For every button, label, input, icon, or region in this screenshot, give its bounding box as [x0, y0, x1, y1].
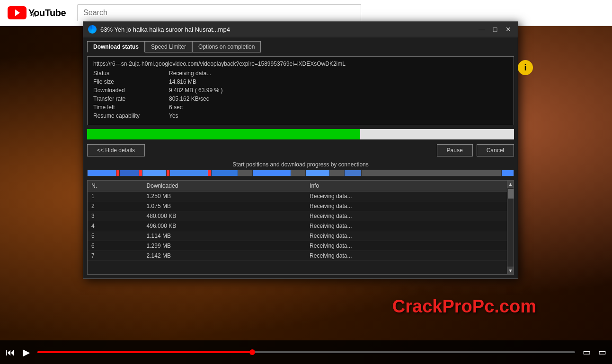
- transfer-label: Transfer rate: [93, 95, 169, 102]
- youtube-logo: YouTube PK: [8, 6, 66, 19]
- status-value: Receiving data...: [169, 70, 211, 77]
- cell-n: 3: [88, 211, 143, 221]
- conn-seg-2: [120, 170, 139, 176]
- cell-n: 4: [88, 221, 143, 231]
- cell-n: 1: [88, 191, 143, 201]
- conn-seg-7: [306, 170, 329, 176]
- window-controls: — □ ✕: [477, 25, 513, 34]
- url-line: https://r6---sn-2uja-h0ml.googlevideo.co…: [93, 61, 508, 67]
- dialog-title-left: 63% Yeh jo halka halka suroor hai Nusrat…: [88, 25, 230, 34]
- cell-downloaded: 2.142 MB: [143, 251, 306, 261]
- conn-seg-r1: [116, 170, 119, 176]
- prev-button[interactable]: ⏮: [6, 347, 15, 358]
- conn-seg-1: [88, 170, 116, 176]
- resume-row: Resume capability Yes: [93, 113, 508, 119]
- cell-info: Receiving data...: [306, 231, 514, 241]
- transfer-row: Transfer rate 805.162 KB/sec: [93, 95, 508, 102]
- video-progress-fill: [37, 351, 252, 353]
- dialog-title: 63% Yeh jo halka halka suroor hai Nusrat…: [100, 26, 230, 33]
- conn-seg-6: [253, 170, 291, 176]
- dialog-titlebar: 63% Yeh jo halka halka suroor hai Nusrat…: [83, 22, 518, 37]
- cell-downloaded: 1.250 MB: [143, 191, 306, 201]
- info-icon: i: [518, 60, 533, 75]
- cell-n: 2: [88, 201, 143, 211]
- cell-n: 6: [88, 241, 143, 251]
- cell-downloaded: 1.075 MB: [143, 201, 306, 211]
- cell-downloaded: 1.114 MB: [143, 231, 306, 241]
- video-progress-bar[interactable]: [37, 351, 575, 353]
- table-row: 4496.000 KBReceiving data...: [88, 221, 514, 231]
- conn-seg-r2: [139, 170, 142, 176]
- conn-seg-r3: [167, 170, 169, 176]
- table-row: 21.075 MBReceiving data...: [88, 201, 514, 211]
- conn-seg-g2: [291, 170, 305, 176]
- transfer-value: 805.162 KB/sec: [169, 95, 209, 102]
- fullscreen-icon[interactable]: ▭: [598, 347, 606, 357]
- table-row: 61.299 MBReceiving data...: [88, 241, 514, 251]
- close-button[interactable]: ✕: [504, 25, 513, 34]
- tab-options-completion[interactable]: Options on completion: [192, 41, 261, 52]
- cell-info: Receiving data...: [306, 211, 514, 221]
- dialog-body: Download status Speed Limiter Options on…: [83, 37, 518, 278]
- cell-info: Receiving data...: [306, 201, 514, 211]
- downloaded-label: Downloaded: [93, 87, 169, 94]
- info-box: https://r6---sn-2uja-h0ml.googlevideo.co…: [87, 56, 514, 125]
- conn-seg-9: [502, 170, 514, 176]
- download-dialog: 63% Yeh jo halka halka suroor hai Nusrat…: [83, 21, 518, 279]
- download-progress-bar: [87, 129, 514, 139]
- status-label: Status: [93, 70, 169, 77]
- filesize-value: 14.816 MB: [169, 78, 196, 85]
- search-input[interactable]: [77, 4, 361, 21]
- table-row: 11.250 MBReceiving data...: [88, 191, 514, 201]
- resume-label: Resume capability: [93, 113, 169, 119]
- progress-dot: [249, 349, 255, 355]
- connections-table: N. Downloaded Info 11.250 MBReceiving da…: [88, 181, 514, 261]
- maximize-button[interactable]: □: [490, 25, 500, 34]
- timeleft-row: Time left 6 sec: [93, 104, 508, 111]
- conn-seg-8: [345, 170, 361, 176]
- cell-n: 7: [88, 251, 143, 261]
- screen-icon[interactable]: ▭: [583, 347, 591, 357]
- globe-icon: [88, 25, 97, 34]
- scroll-up-button[interactable]: ▲: [507, 181, 514, 188]
- play-button[interactable]: ▶: [23, 347, 30, 358]
- conn-seg-g1: [238, 170, 252, 176]
- cell-info: Receiving data...: [306, 251, 514, 261]
- youtube-logo-icon: [8, 6, 27, 19]
- conn-seg-rest: [362, 170, 501, 176]
- downloaded-value: 9.482 MB ( 63.99 % ): [169, 87, 222, 94]
- cell-downloaded: 496.000 KB: [143, 221, 306, 231]
- connections-table-wrap: N. Downloaded Info 11.250 MBReceiving da…: [87, 180, 514, 275]
- table-row: 72.142 MBReceiving data...: [88, 251, 514, 261]
- minimize-button[interactable]: —: [477, 25, 487, 34]
- downloaded-row: Downloaded 9.482 MB ( 63.99 % ): [93, 87, 508, 94]
- cancel-button[interactable]: Cancel: [477, 144, 514, 156]
- scrollbar[interactable]: ▲ ▼: [507, 181, 514, 274]
- resume-value: Yes: [169, 113, 178, 119]
- tab-speed-limiter[interactable]: Speed Limiter: [145, 41, 192, 52]
- cell-downloaded: 1.299 MB: [143, 241, 306, 251]
- connections-bar: [87, 170, 514, 176]
- conn-seg-r4: [208, 170, 211, 176]
- scroll-thumb[interactable]: [508, 189, 514, 199]
- pause-button[interactable]: Pause: [437, 144, 473, 156]
- conn-seg-g3: [330, 170, 344, 176]
- col-downloaded: Downloaded: [143, 181, 306, 191]
- tabs-row: Download status Speed Limiter Options on…: [87, 41, 514, 52]
- cell-downloaded: 480.000 KB: [143, 211, 306, 221]
- status-row: Status Receiving data...: [93, 70, 508, 77]
- info-section: https://r6---sn-2uja-h0ml.googlevideo.co…: [87, 56, 514, 125]
- table-row: 51.114 MBReceiving data...: [88, 231, 514, 241]
- col-info: Info: [306, 181, 514, 191]
- table-row: 3480.000 KBReceiving data...: [88, 211, 514, 221]
- video-controls: ⏮ ▶ ▭ ▭: [0, 340, 612, 364]
- cell-info: Receiving data...: [306, 241, 514, 251]
- button-row: << Hide details Pause Cancel: [87, 144, 514, 156]
- cell-info: Receiving data...: [306, 191, 514, 201]
- connections-label: Start positions and download progress by…: [87, 161, 514, 168]
- timeleft-label: Time left: [93, 104, 169, 111]
- filesize-row: File size 14.816 MB: [93, 78, 508, 85]
- hide-details-button[interactable]: << Hide details: [87, 144, 145, 156]
- scroll-down-button[interactable]: ▼: [507, 267, 514, 274]
- tab-download-status[interactable]: Download status: [87, 41, 145, 52]
